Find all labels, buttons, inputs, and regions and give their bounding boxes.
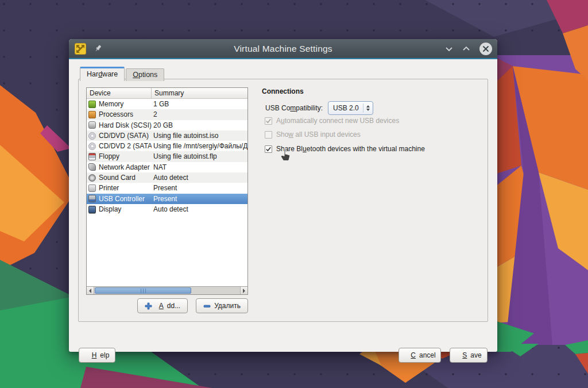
device-summary: Present: [152, 183, 247, 193]
remove-device-button[interactable]: Удалить: [196, 298, 248, 313]
label-part: Sho: [276, 130, 288, 139]
label-part: ave: [470, 351, 481, 359]
device-name: Printer: [99, 183, 152, 193]
device-summary: NAT: [152, 162, 247, 172]
table-row[interactable]: Display Auto detect: [87, 204, 247, 214]
label-part: ptions: [138, 71, 157, 79]
device-summary: Present: [152, 194, 247, 204]
help-button[interactable]: Help: [79, 348, 115, 363]
table-row[interactable]: CD/DVD 2 (SATA) Using file /mnt/sergiy/Ф…: [87, 141, 247, 151]
usb-compatibility-select[interactable]: USB 2.0: [328, 101, 373, 115]
checkbox-label: Show all USB input devices: [276, 130, 361, 139]
label-part: elp: [100, 351, 109, 359]
tab-bar: Hardware Options: [80, 67, 164, 80]
device-name: USB Controller: [99, 194, 152, 204]
cancel-button[interactable]: Cancel: [399, 348, 441, 363]
label-part: w: [288, 130, 293, 139]
label-part: S: [462, 351, 467, 359]
table-row-selected[interactable]: USB Controller Present: [87, 194, 247, 204]
selected-option: USB 2.0: [333, 104, 359, 112]
display-icon: [88, 206, 96, 213]
usb-controller-icon: [88, 195, 96, 202]
device-summary: Using file autoinst.flp: [152, 151, 247, 162]
usb-compatibility-label: USB Compatibility:: [265, 104, 323, 112]
table-header: Device Summary: [87, 88, 247, 99]
device-name: Network Adapter: [99, 162, 152, 172]
plus-icon: [145, 302, 152, 310]
label-part: m: [290, 104, 296, 112]
label-part: etooth devices with the virtual machine: [307, 145, 425, 153]
checkbox-checked-icon[interactable]: [265, 145, 272, 153]
device-table: Device Summary Memory 1 GB Processors 2 …: [86, 87, 248, 295]
device-name: Memory: [99, 99, 152, 109]
close-icon[interactable]: [479, 43, 492, 55]
label-part: H: [92, 351, 97, 359]
scrollbar-grip: [141, 289, 146, 293]
checkbox-checked-icon: [265, 117, 272, 125]
label-part: u: [281, 117, 285, 125]
cd-dvd-icon: [88, 132, 96, 140]
device-summary: 2: [152, 109, 247, 120]
label-part: A: [276, 117, 281, 125]
label-part: all USB input devices: [293, 130, 361, 139]
label-part: Har: [87, 70, 98, 78]
label-part: Удалить: [214, 302, 241, 310]
hard-disk-icon: [88, 121, 96, 129]
device-name: Processors: [99, 109, 152, 120]
sound-card-icon: [88, 174, 96, 182]
device-summary: Auto detect: [152, 204, 247, 214]
label-part: A: [159, 302, 164, 310]
table-row[interactable]: Hard Disk (SCSI) 20 GB: [87, 120, 247, 130]
label-part: ware: [102, 70, 118, 78]
table-row[interactable]: Processors 2: [87, 109, 247, 120]
dialog-content: Hardware Options Device Summary Memory 1…: [69, 59, 497, 352]
scroll-right-arrow[interactable]: [240, 287, 247, 294]
device-summary: 20 GB: [152, 120, 247, 130]
divider: [363, 103, 363, 113]
tab-options[interactable]: Options: [126, 68, 164, 81]
hardware-tab-panel: Device Summary Memory 1 GB Processors 2 …: [78, 79, 488, 322]
device-summary: Using file autoinst.iso: [152, 130, 247, 141]
horizontal-scrollbar[interactable]: [87, 286, 247, 294]
label-part: USB Co: [265, 104, 290, 112]
table-row[interactable]: Memory 1 GB: [87, 99, 247, 109]
chevron-down-icon[interactable]: [445, 46, 453, 52]
floppy-icon: [88, 153, 96, 160]
column-header-device[interactable]: Device: [87, 88, 152, 98]
printer-icon: [88, 185, 96, 192]
table-row[interactable]: Sound Card Auto detect: [87, 172, 247, 183]
window-title: Virtual Machine Settings: [69, 44, 497, 54]
scroll-left-arrow[interactable]: [87, 287, 94, 294]
table-row[interactable]: CD/DVD (SATA) Using file autoinst.iso: [87, 130, 247, 141]
save-button[interactable]: Save: [450, 348, 488, 363]
tab-hardware[interactable]: Hardware: [80, 67, 125, 81]
table-row[interactable]: Printer Present: [87, 183, 247, 193]
device-summary: Using file /mnt/sergiy/Файлы/Ди: [152, 141, 247, 151]
device-summary: 1 GB: [152, 99, 247, 109]
label-part: C: [411, 351, 416, 359]
label-part: dd...: [167, 302, 180, 310]
device-name: Floppy: [99, 151, 152, 162]
label-part: tomatically connect new USB devices: [285, 117, 399, 125]
label-part: u: [303, 145, 307, 153]
virtual-machine-settings-dialog: Virtual Machine Settings Hardware Option…: [69, 39, 497, 352]
checkbox-auto-connect-usb: Automatically connect new USB devices: [265, 117, 399, 125]
device-summary: Auto detect: [152, 172, 247, 183]
checkbox-label: Automatically connect new USB devices: [276, 117, 399, 125]
table-button-row: Add... Удалить: [86, 298, 248, 313]
table-row[interactable]: Floppy Using file autoinst.flp: [87, 151, 247, 162]
usb-compatibility-row: USB Compatibility: USB 2.0: [265, 101, 373, 115]
spinner-arrows-icon: [366, 105, 370, 111]
column-header-summary[interactable]: Summary: [152, 88, 247, 98]
checkbox-unchecked-icon: [265, 131, 272, 139]
titlebar[interactable]: Virtual Machine Settings: [69, 39, 497, 58]
scrollbar-thumb[interactable]: [95, 287, 191, 294]
device-name: Hard Disk (SCSI): [99, 120, 152, 130]
device-name: Sound Card: [99, 172, 152, 183]
pin-icon[interactable]: [94, 44, 102, 53]
add-device-button[interactable]: Add...: [137, 298, 188, 313]
table-row[interactable]: Network Adapter NAT: [87, 162, 247, 172]
hand-cursor: [280, 148, 291, 162]
label-part: ancel: [419, 351, 436, 359]
chevron-up-icon[interactable]: [462, 46, 470, 52]
